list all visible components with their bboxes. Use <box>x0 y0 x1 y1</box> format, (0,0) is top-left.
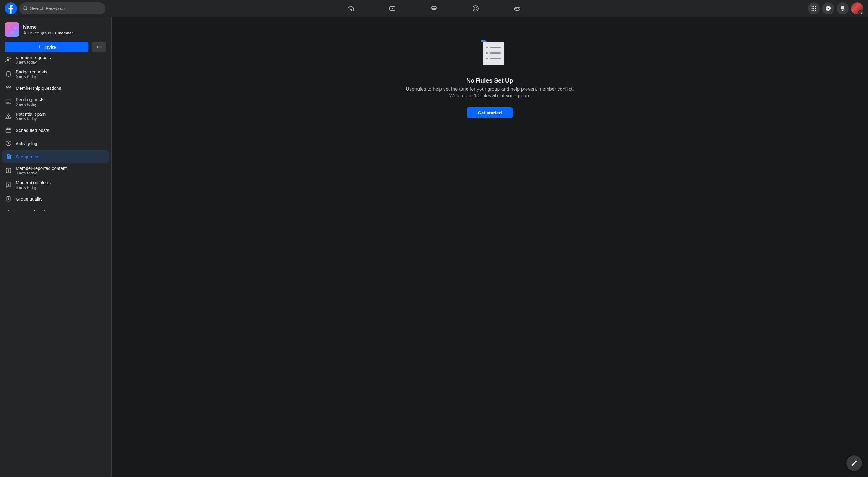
get-started-button[interactable]: Get started <box>467 107 513 118</box>
clock-icon <box>5 140 12 147</box>
svg-point-7 <box>812 6 812 7</box>
svg-point-11 <box>813 8 814 9</box>
groups-tab[interactable] <box>456 0 495 17</box>
sidebar-item-label: Membership questions <box>16 86 61 91</box>
svg-rect-24 <box>6 128 11 133</box>
sidebar-item-community-rules[interactable]: Community rules <box>2 205 109 211</box>
questions-icon <box>5 84 12 92</box>
sidebar-item-moderation-alerts[interactable]: Moderation alerts0 new today <box>2 178 109 192</box>
svg-rect-22 <box>6 100 11 104</box>
svg-point-34 <box>486 52 488 54</box>
search-icon <box>23 6 28 11</box>
svg-point-21 <box>9 86 10 88</box>
svg-point-20 <box>7 86 8 88</box>
svg-rect-35 <box>490 52 501 54</box>
compose-fab[interactable] <box>846 455 862 471</box>
sidebar-item-label: Activity log <box>16 141 37 146</box>
empty-state-title: No Rules Set Up <box>466 77 513 84</box>
messenger-button[interactable] <box>822 2 834 14</box>
sidebar-item-label: Member requests <box>16 57 51 60</box>
more-options-button[interactable] <box>92 41 106 53</box>
svg-point-13 <box>812 10 812 10</box>
account-avatar[interactable] <box>851 2 863 14</box>
video-tab[interactable] <box>373 0 412 17</box>
sidebar-item-member-requests[interactable]: Member requests0 new today <box>2 57 109 67</box>
sidebar-item-group-quality[interactable]: Group quality <box>2 192 109 205</box>
sidebar-item-subtext: 0 new today <box>16 171 67 175</box>
community-icon <box>5 208 12 211</box>
svg-point-10 <box>812 8 812 9</box>
sidebar-item-label: Group quality <box>16 196 42 201</box>
sidebar-item-label: Member-reported content <box>16 166 67 171</box>
sidebar-item-subtext: 0 new today <box>16 185 51 190</box>
sidebar-item-label: Scheduled posts <box>16 128 49 133</box>
top-nav-bar <box>0 0 868 17</box>
report-icon <box>5 167 12 174</box>
marketplace-tab[interactable] <box>414 0 454 17</box>
sidebar-item-subtext: 0 new today <box>16 74 47 79</box>
svg-point-6 <box>519 9 519 9</box>
svg-rect-37 <box>490 58 501 59</box>
invite-button[interactable]: Invite <box>5 41 88 53</box>
menu-grid-button[interactable] <box>808 2 820 14</box>
admin-sidebar: Name Private group · 1 member Invite M <box>0 17 112 477</box>
svg-point-9 <box>815 6 816 7</box>
clipboard-icon <box>5 195 12 202</box>
sidebar-item-membership-questions[interactable]: Membership questions <box>2 81 109 95</box>
group-name[interactable]: Name <box>23 24 73 30</box>
sidebar-item-badge-requests[interactable]: Badge requests0 new today <box>2 67 109 81</box>
sidebar-item-subtext: 0 new today <box>16 116 45 121</box>
svg-point-15 <box>815 10 816 10</box>
sidebar-item-pending-posts[interactable]: Pending posts0 new today <box>2 95 109 109</box>
svg-point-36 <box>486 58 488 59</box>
search-bar[interactable] <box>19 2 105 14</box>
sidebar-item-potential-spam[interactable]: Potential spam0 new today <box>2 109 109 124</box>
sidebar-item-label: Group rules <box>16 154 39 159</box>
warning-icon <box>5 113 12 120</box>
chevron-down-icon <box>861 13 863 14</box>
ellipsis-icon <box>96 44 102 50</box>
main-content: No Rules Set Up Use rules to help set th… <box>112 17 868 477</box>
svg-rect-4 <box>515 7 520 10</box>
sidebar-item-member-reported-content[interactable]: Member-reported content0 new today <box>2 163 109 178</box>
group-thumbnail[interactable] <box>5 22 19 37</box>
sidebar-item-subtext: 0 new today <box>16 60 51 64</box>
plus-icon <box>37 44 42 49</box>
svg-point-32 <box>486 47 488 48</box>
svg-point-8 <box>813 6 814 7</box>
svg-point-1 <box>473 6 478 11</box>
svg-rect-33 <box>490 47 501 48</box>
sidebar-item-label: Potential spam <box>16 111 45 116</box>
sidebar-item-label: Pending posts <box>16 97 44 102</box>
shield-icon <box>5 70 12 78</box>
pending-icon <box>5 98 12 105</box>
gaming-tab[interactable] <box>498 0 537 17</box>
sidebar-item-activity-log[interactable]: Activity log <box>2 137 109 150</box>
grid-icon <box>811 5 817 11</box>
sidebar-item-scheduled-posts[interactable]: Scheduled posts <box>2 124 109 137</box>
edit-icon <box>851 460 858 467</box>
facebook-logo[interactable] <box>5 2 17 14</box>
group-meta: Private group · 1 member <box>23 31 73 35</box>
calendar-icon <box>5 127 12 134</box>
home-tab[interactable] <box>331 0 370 17</box>
svg-point-27 <box>8 171 9 172</box>
svg-point-16 <box>97 46 98 47</box>
group-member-count: 1 member <box>55 31 73 35</box>
svg-point-12 <box>815 8 816 9</box>
notifications-button[interactable] <box>837 2 849 14</box>
empty-state-description: Use rules to help set the tone for your … <box>401 86 579 99</box>
bell-icon <box>840 5 846 11</box>
svg-point-5 <box>518 8 519 9</box>
sidebar-item-label: Moderation alerts <box>16 180 51 185</box>
search-input[interactable] <box>30 6 102 11</box>
empty-state-illustration <box>475 39 504 66</box>
group-privacy: Private group <box>28 31 51 35</box>
sidebar-nav-list: Member requests0 new todayBadge requests… <box>0 57 111 211</box>
svg-point-19 <box>7 58 9 60</box>
sidebar-item-group-rules[interactable]: Group rules <box>2 150 109 163</box>
svg-point-23 <box>8 117 9 118</box>
alert-icon <box>5 181 12 189</box>
sidebar-item-label: Community rules <box>16 210 50 212</box>
lock-icon <box>23 31 27 35</box>
